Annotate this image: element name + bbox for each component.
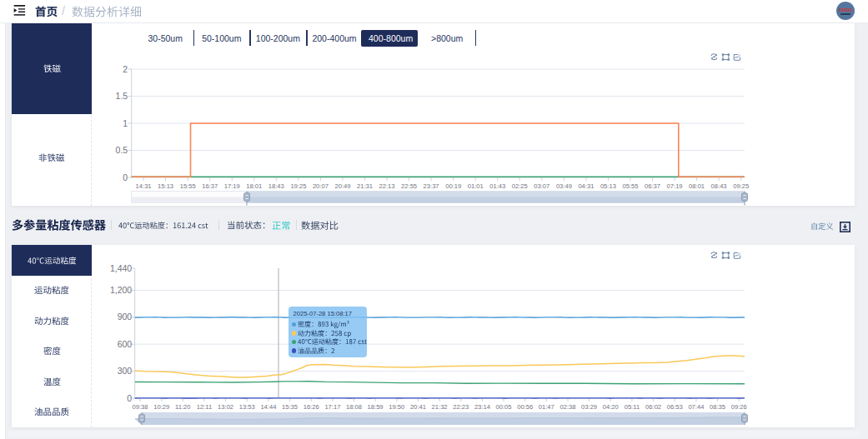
svg-text:05:13: 05:13 <box>600 182 616 190</box>
svg-text:1: 1 <box>123 118 128 128</box>
svg-text:08:43: 08:43 <box>711 182 727 190</box>
svg-text:09:25: 09:25 <box>733 182 749 190</box>
svg-text:21:32: 21:32 <box>432 403 448 411</box>
svg-text:07:19: 07:19 <box>667 182 683 190</box>
svg-text:11:20: 11:20 <box>175 403 190 411</box>
svg-text:23:14: 23:14 <box>474 403 490 411</box>
svg-text:17:19: 17:19 <box>224 182 240 190</box>
svg-text:00:19: 00:19 <box>445 182 461 190</box>
svg-text:0: 0 <box>127 393 132 403</box>
svg-text:1.5: 1.5 <box>116 91 128 101</box>
svg-text:1,440: 1,440 <box>110 263 132 273</box>
svg-text:15:13: 15:13 <box>158 182 173 190</box>
svg-text:01:01: 01:01 <box>468 182 484 190</box>
svg-text:300: 300 <box>118 366 133 376</box>
svg-text:20:49: 20:49 <box>334 182 350 190</box>
svg-text:05:55: 05:55 <box>622 182 638 190</box>
svg-text:19:25: 19:25 <box>290 182 306 190</box>
svg-text:04:31: 04:31 <box>578 182 594 190</box>
svg-text:00:05: 00:05 <box>495 403 511 411</box>
svg-text:13:02: 13:02 <box>218 403 233 411</box>
svg-text:01:47: 01:47 <box>539 403 554 411</box>
svg-text:23:37: 23:37 <box>424 182 439 190</box>
svg-text:1,200: 1,200 <box>110 285 132 295</box>
svg-text:21:31: 21:31 <box>357 182 373 190</box>
svg-text:12:11: 12:11 <box>197 403 212 411</box>
svg-text:09:38: 09:38 <box>132 403 148 411</box>
svg-text:01:43: 01:43 <box>489 182 505 190</box>
svg-text:16:37: 16:37 <box>202 182 218 190</box>
svg-text:16:26: 16:26 <box>304 403 319 411</box>
svg-text:18:43: 18:43 <box>268 182 284 190</box>
svg-text:14:44: 14:44 <box>260 403 276 411</box>
svg-text:900: 900 <box>118 312 133 322</box>
svg-text:03:07: 03:07 <box>534 182 549 190</box>
svg-text:10:29: 10:29 <box>153 403 169 411</box>
svg-text:18:01: 18:01 <box>246 182 262 190</box>
svg-text:09:26: 09:26 <box>731 403 747 411</box>
svg-text:22:55: 22:55 <box>401 182 417 190</box>
svg-text:22:13: 22:13 <box>379 182 394 190</box>
svg-text:14:31: 14:31 <box>136 182 152 190</box>
svg-text:15:35: 15:35 <box>282 403 298 411</box>
svg-text:600: 600 <box>118 339 133 349</box>
svg-text:02:25: 02:25 <box>512 182 528 190</box>
svg-text:19:50: 19:50 <box>389 403 404 411</box>
svg-text:20:07: 20:07 <box>313 182 329 190</box>
svg-text:03:29: 03:29 <box>581 403 597 411</box>
svg-text:07:44: 07:44 <box>688 403 704 411</box>
svg-text:05:11: 05:11 <box>625 403 640 411</box>
svg-text:18:08: 18:08 <box>346 403 362 411</box>
svg-text:0: 0 <box>123 172 128 182</box>
svg-text:22:23: 22:23 <box>453 403 469 411</box>
svg-text:08:01: 08:01 <box>689 182 705 190</box>
svg-text:08:35: 08:35 <box>710 403 725 411</box>
svg-text:06:02: 06:02 <box>645 403 661 411</box>
svg-text:15:55: 15:55 <box>180 182 196 190</box>
svg-text:17:17: 17:17 <box>324 403 340 411</box>
svg-text:18:59: 18:59 <box>368 403 384 411</box>
svg-text:02:38: 02:38 <box>559 403 575 411</box>
svg-text:04:20: 04:20 <box>603 403 619 411</box>
svg-text:0.5: 0.5 <box>116 145 128 155</box>
svg-text:20:41: 20:41 <box>410 403 426 411</box>
svg-text:2: 2 <box>123 64 128 74</box>
svg-text:06:53: 06:53 <box>667 403 683 411</box>
svg-text:00:56: 00:56 <box>517 403 533 411</box>
svg-text:06:37: 06:37 <box>645 182 660 190</box>
svg-text:13:53: 13:53 <box>239 403 255 411</box>
svg-text:03:49: 03:49 <box>556 182 572 190</box>
